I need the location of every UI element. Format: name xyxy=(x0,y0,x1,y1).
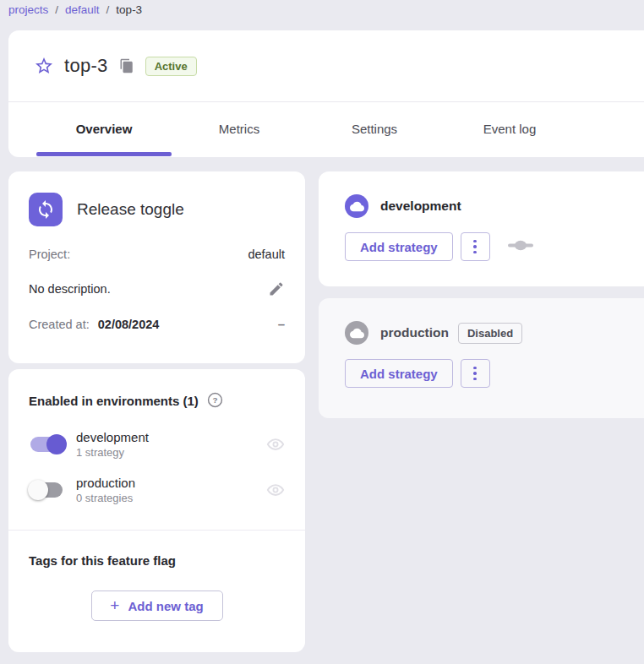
environment-row-development: development 1 strategy xyxy=(29,430,285,459)
breadcrumb-link-projects[interactable]: projects xyxy=(8,3,48,16)
enabled-environments-title: Enabled in environments (1) xyxy=(29,394,199,408)
favorite-star-icon[interactable] xyxy=(34,56,54,76)
flag-type-label: Release toggle xyxy=(77,200,184,219)
add-new-tag-button[interactable]: + Add new tag xyxy=(91,591,223,621)
flag-type-row: Release toggle xyxy=(29,193,285,226)
cloud-icon xyxy=(345,321,368,345)
feature-header-card: top-3 Active Overview Metrics Settings E… xyxy=(8,30,644,157)
description-text: No description. xyxy=(29,282,111,296)
disabled-badge: Disabled xyxy=(458,323,522,344)
created-at-value: 02/08/2024 xyxy=(98,318,160,331)
created-at-label: Created at: xyxy=(29,318,90,331)
environments-and-tags-card: Enabled in environments (1) ? developmen… xyxy=(8,369,305,652)
tab-metrics-label: Metrics xyxy=(219,122,259,136)
pencil-icon[interactable] xyxy=(268,280,285,297)
tab-event-log[interactable]: Event log xyxy=(442,102,577,156)
environment-strategy-count: 0 strategies xyxy=(76,492,266,504)
enabled-environments-section: Enabled in environments (1) ? developmen… xyxy=(8,369,305,530)
feature-title-row: top-3 Active xyxy=(8,30,644,101)
left-column: Release toggle Project: default No descr… xyxy=(8,171,305,652)
right-column: development Add strategy production Disa… xyxy=(319,171,644,418)
environment-name: production xyxy=(76,476,266,490)
project-row: Project: default xyxy=(29,248,285,261)
project-value: default xyxy=(248,248,285,261)
strategy-indicator-icon xyxy=(508,239,533,254)
active-tab-underline xyxy=(36,152,172,156)
tab-overview-label: Overview xyxy=(76,122,133,136)
tags-section: Tags for this feature flag + Add new tag xyxy=(8,531,305,644)
flag-overview-card: Release toggle Project: default No descr… xyxy=(8,171,305,363)
environment-name: development xyxy=(76,430,266,444)
tab-settings[interactable]: Settings xyxy=(307,102,442,156)
add-strategy-button[interactable]: Add strategy xyxy=(345,232,453,261)
environment-panel-name: development xyxy=(380,199,461,214)
cloud-icon xyxy=(345,194,368,218)
created-at-row: Created at: 02/08/2024 – xyxy=(29,317,285,331)
kebab-menu-icon[interactable] xyxy=(461,232,490,261)
environment-panel-production: production Disabled Add strategy xyxy=(319,298,644,418)
environment-row-production: production 0 strategies xyxy=(29,476,285,504)
breadcrumb-link-default[interactable]: default xyxy=(65,3,100,16)
kebab-menu-icon[interactable] xyxy=(461,359,490,388)
plus-icon: + xyxy=(110,596,119,615)
breadcrumb: projects / default / top-3 xyxy=(8,3,142,16)
status-badge: Active xyxy=(145,57,197,76)
toggle-thumb xyxy=(46,434,67,454)
toggle-thumb xyxy=(28,480,48,500)
toggle-production[interactable] xyxy=(29,480,68,500)
description-row: No description. xyxy=(29,280,285,297)
loop-icon xyxy=(29,193,63,226)
copy-icon[interactable] xyxy=(119,58,134,73)
svg-text:?: ? xyxy=(212,395,217,405)
environment-panel-name: production xyxy=(380,325,449,340)
environment-panel-development: development Add strategy xyxy=(319,171,644,286)
tab-settings-label: Settings xyxy=(352,122,397,136)
add-strategy-button[interactable]: Add strategy xyxy=(345,359,453,388)
project-label: Project: xyxy=(29,248,70,261)
breadcrumb-current: top-3 xyxy=(116,3,142,16)
environment-strategy-count: 1 strategy xyxy=(76,446,266,459)
toggle-development[interactable] xyxy=(29,434,68,454)
page-title: top-3 xyxy=(64,55,108,77)
add-new-tag-label: Add new tag xyxy=(128,599,203,613)
breadcrumb-separator: / xyxy=(106,3,110,16)
tab-metrics[interactable]: Metrics xyxy=(172,102,307,156)
breadcrumb-separator: / xyxy=(55,3,58,16)
eye-icon[interactable] xyxy=(266,481,285,499)
question-circle-icon[interactable]: ? xyxy=(207,392,224,409)
tab-overview[interactable]: Overview xyxy=(36,102,172,156)
tab-event-log-label: Event log xyxy=(483,122,537,136)
tab-bar: Overview Metrics Settings Event log xyxy=(8,101,644,156)
collapse-dash[interactable]: – xyxy=(278,317,285,331)
tags-title: Tags for this feature flag xyxy=(29,553,285,568)
eye-icon[interactable] xyxy=(266,435,285,454)
